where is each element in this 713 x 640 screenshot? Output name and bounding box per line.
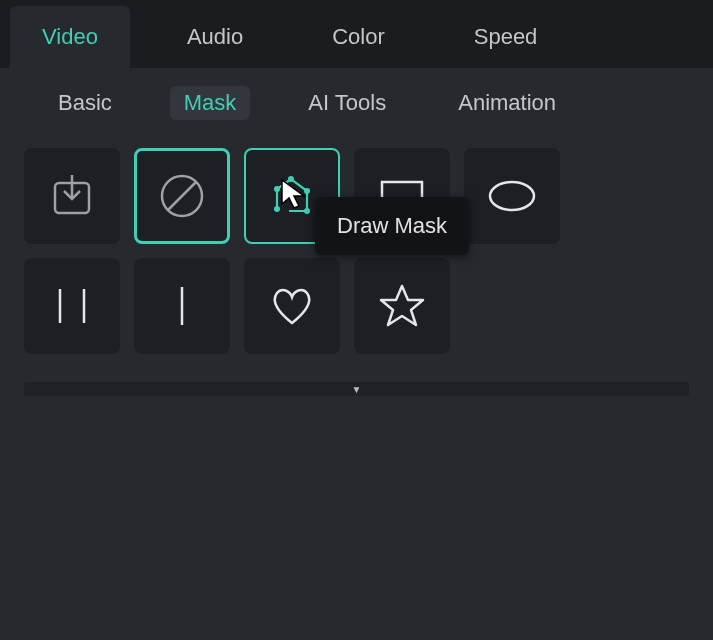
primary-tabs: Video Audio Color Speed [0, 0, 713, 68]
single-bar-icon [162, 281, 202, 331]
chevron-down-icon: ▼ [352, 384, 362, 395]
mask-tile-heart[interactable] [244, 258, 340, 354]
dual-bar-icon [42, 281, 102, 331]
mask-tile-single-line[interactable] [134, 258, 230, 354]
none-icon [156, 170, 208, 222]
heart-icon [267, 283, 317, 329]
ellipse-icon [484, 176, 540, 216]
svg-point-4 [274, 206, 280, 212]
svg-point-5 [274, 186, 280, 192]
tab-speed[interactable]: Speed [442, 6, 570, 68]
mask-tile-star[interactable] [354, 258, 450, 354]
mask-tile-dual-line[interactable] [24, 258, 120, 354]
svg-marker-14 [381, 286, 423, 325]
tooltip-draw-mask: Draw Mask [315, 197, 469, 255]
svg-point-10 [490, 182, 534, 210]
draw-mask-icon [267, 171, 317, 221]
import-icon [47, 171, 97, 221]
subtab-aitools[interactable]: AI Tools [294, 86, 400, 120]
subtab-mask[interactable]: Mask [170, 86, 251, 120]
tab-video[interactable]: Video [10, 6, 130, 68]
section-collapse-bar[interactable]: ▼ [24, 382, 689, 396]
svg-line-3 [168, 182, 196, 210]
tab-audio[interactable]: Audio [155, 6, 275, 68]
svg-point-6 [288, 176, 294, 182]
mask-tile-import[interactable] [24, 148, 120, 244]
svg-point-7 [304, 188, 310, 194]
star-icon [377, 281, 427, 331]
mask-tile-none[interactable] [134, 148, 230, 244]
subtab-basic[interactable]: Basic [44, 86, 126, 120]
mask-tile-ellipse[interactable] [464, 148, 560, 244]
secondary-tabs: Basic Mask AI Tools Animation [0, 68, 713, 138]
svg-point-8 [304, 208, 310, 214]
tab-color[interactable]: Color [300, 6, 417, 68]
subtab-animation[interactable]: Animation [444, 86, 570, 120]
